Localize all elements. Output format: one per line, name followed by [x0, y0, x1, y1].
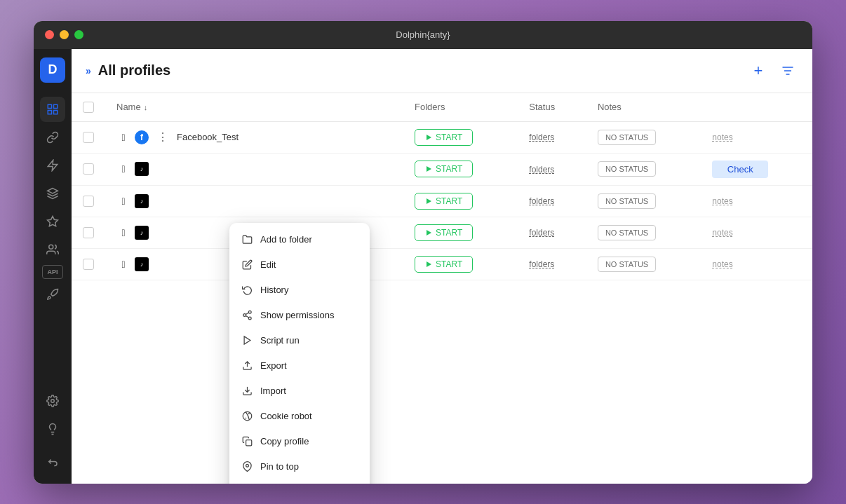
folder-icon: [241, 233, 253, 246]
tiktok-icon: ♪: [135, 226, 149, 240]
start-button[interactable]: START: [415, 256, 473, 273]
menu-item-import[interactable]: Import: [229, 379, 370, 404]
expand-icon: »: [86, 65, 91, 76]
status-button[interactable]: NO STATUS: [598, 193, 656, 209]
menu-item-label: Add to folder: [260, 234, 312, 245]
notes-link[interactable]: notes: [712, 196, 732, 206]
sort-icon[interactable]: ↓: [144, 103, 148, 111]
notes-check[interactable]: Check: [712, 161, 768, 178]
sidebar-item-profiles[interactable]: [40, 97, 65, 122]
svg-marker-15: [427, 198, 431, 204]
page-title: All profiles: [98, 62, 170, 79]
sidebar-item-links[interactable]: [40, 125, 65, 150]
edit-icon: [241, 259, 253, 271]
add-profile-button[interactable]: +: [748, 60, 769, 81]
status-button[interactable]: NO STATUS: [598, 130, 656, 145]
profiles-list: Name ↓ Folders Status: [72, 93, 812, 280]
start-button[interactable]: START: [415, 161, 473, 177]
notes-link[interactable]: notes: [712, 228, 732, 238]
svg-point-18: [248, 311, 251, 313]
sidebar-item-layers[interactable]: [40, 181, 65, 206]
table-row: ♪STARTfoldersNO STATUSnotes: [72, 185, 812, 217]
menu-item-export[interactable]: Export: [229, 353, 370, 379]
sidebar-item-flash[interactable]: [40, 153, 65, 178]
sidebar-item-bulb[interactable]: [40, 416, 65, 442]
svg-marker-5: [48, 188, 58, 193]
menu-item-script-run[interactable]: Script run: [229, 328, 370, 353]
breadcrumb: » All profiles: [86, 62, 170, 79]
row-checkbox[interactable]: [83, 227, 94, 238]
close-button[interactable]: [45, 30, 54, 39]
start-button[interactable]: START: [415, 224, 473, 241]
apple-icon: : [116, 162, 130, 176]
svg-marker-14: [427, 166, 431, 172]
minimize-button[interactable]: [60, 30, 69, 39]
tiktok-icon: ♪: [135, 257, 149, 271]
traffic-lights: [45, 30, 83, 39]
menu-item-add-to-folder[interactable]: Add to folder: [229, 227, 370, 252]
svg-rect-2: [54, 110, 58, 114]
sidebar-item-api[interactable]: API: [42, 265, 63, 279]
select-all-checkbox[interactable]: [83, 102, 94, 113]
table-row: f⋮Facebook_TestSTARTfoldersNO STATUSnot…: [72, 121, 812, 153]
sidebar-item-settings[interactable]: [40, 388, 65, 414]
facebook-icon: f: [135, 130, 149, 144]
profiles-table: Name ↓ Folders Status: [72, 93, 812, 280]
apple-icon: : [116, 226, 130, 240]
tiktok-icon: ♪: [135, 162, 149, 176]
start-button[interactable]: START: [415, 129, 473, 146]
row-checkbox[interactable]: [83, 259, 94, 270]
filter-button[interactable]: [777, 60, 798, 81]
sidebar-item-rocket[interactable]: [40, 282, 65, 307]
main-content: » All profiles +: [72, 49, 812, 484]
folders-link[interactable]: folders: [529, 132, 554, 142]
apple-icon: : [116, 194, 130, 208]
menu-item-edit[interactable]: Edit: [229, 252, 370, 278]
folders-header: Folders: [403, 93, 518, 122]
notes-link[interactable]: notes: [712, 132, 732, 142]
sidebar-item-back[interactable]: [40, 450, 65, 475]
menu-item-copy-profile[interactable]: Copy profile: [229, 429, 370, 454]
svg-line-22: [246, 313, 248, 314]
svg-point-28: [246, 464, 248, 467]
share-icon: [241, 309, 253, 322]
folders-link[interactable]: folders: [529, 228, 554, 238]
menu-item-pin-to-top[interactable]: Pin to top: [229, 454, 370, 479]
menu-item-history[interactable]: History: [229, 278, 370, 303]
titlebar: Dolphin{anty}: [34, 21, 812, 49]
menu-item-delete[interactable]: Delete: [229, 479, 370, 484]
svg-marker-16: [427, 230, 431, 236]
sidebar-item-users[interactable]: [40, 237, 65, 262]
row-menu-button[interactable]: ⋮: [154, 129, 171, 146]
menu-item-cookie-robot[interactable]: Cookie robot: [229, 404, 370, 429]
row-checkbox[interactable]: [83, 132, 94, 143]
folders-link[interactable]: folders: [529, 196, 554, 206]
sidebar-item-extensions[interactable]: [40, 209, 65, 234]
svg-point-19: [243, 314, 246, 317]
content-wrapper: Name ↓ Folders Status: [72, 93, 812, 484]
export-icon: [241, 360, 253, 372]
row-checkbox[interactable]: [83, 196, 94, 207]
top-bar-actions: +: [748, 60, 798, 81]
svg-marker-17: [427, 261, 431, 267]
status-button[interactable]: NO STATUS: [598, 257, 656, 272]
status-header: Status: [518, 93, 586, 122]
row-checkbox[interactable]: [83, 163, 94, 175]
play-icon: [241, 334, 253, 347]
name-header: Name ↓: [105, 93, 403, 122]
menu-item-label: Copy profile: [260, 436, 309, 447]
folders-link[interactable]: folders: [529, 165, 554, 175]
menu-item-label: Edit: [260, 259, 276, 270]
svg-rect-0: [48, 104, 51, 108]
tiktok-icon: ♪: [135, 194, 149, 208]
status-button[interactable]: NO STATUS: [598, 225, 656, 240]
folders-link[interactable]: folders: [529, 259, 554, 269]
status-button[interactable]: NO STATUS: [598, 161, 656, 177]
notes-link[interactable]: notes: [712, 259, 732, 269]
maximize-button[interactable]: [74, 30, 83, 39]
pin-icon: [241, 461, 253, 473]
menu-item-show-permissions[interactable]: Show permissions: [229, 303, 370, 328]
svg-rect-27: [246, 440, 251, 446]
cookie-icon: [241, 410, 253, 423]
start-button[interactable]: START: [415, 193, 473, 210]
